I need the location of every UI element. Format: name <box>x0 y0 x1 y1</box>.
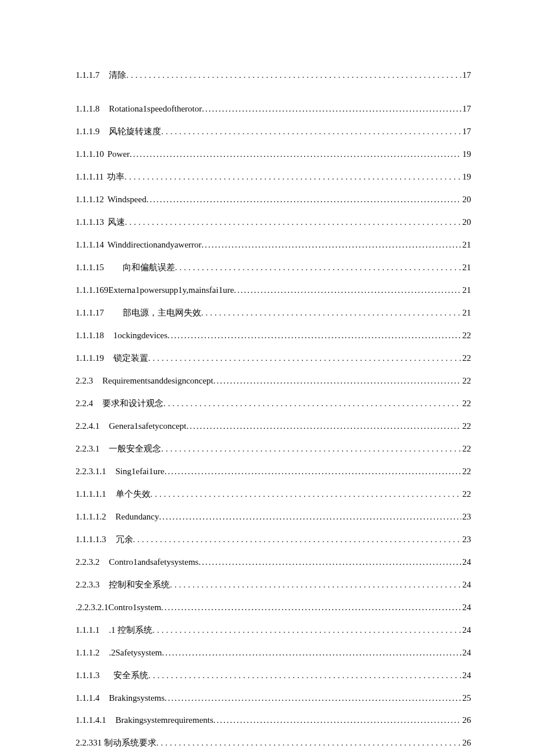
toc-leader-dots: ........................................… <box>201 308 461 318</box>
toc-leader-dots: ........................................… <box>130 149 461 159</box>
toc-leader-dots: ........................................… <box>202 104 461 114</box>
toc-page: 21 <box>462 263 471 273</box>
toc-page: 24 <box>462 603 471 612</box>
toc-title: 冗余 <box>116 534 133 545</box>
toc-title: 要求和设计观念 <box>102 398 163 409</box>
toc-title: 控制和安全系统 <box>109 579 170 590</box>
toc-leader-dots: ........................................… <box>170 580 461 590</box>
toc-entry: .2.2.3.2.1Contro1system.................… <box>76 603 471 612</box>
toc-page: 24 <box>462 625 471 635</box>
toc-page: 22 <box>462 421 471 431</box>
toc-leader-dots: ........................................… <box>213 715 461 725</box>
toc-leader-dots: ........................................… <box>202 240 461 250</box>
toc-entry: 1.1.1.13风速..............................… <box>76 217 471 228</box>
toc-number: 1.1.1.11 <box>76 172 104 182</box>
toc-page: 17 <box>462 70 471 80</box>
toc-entry: 1.1.1.14Winddirectionandyawerror........… <box>76 240 471 250</box>
toc-number: 2.2.3.3 <box>76 580 99 590</box>
toc-leader-dots: ........................................… <box>163 399 461 409</box>
toc-number: 1.1.1.18 <box>76 331 104 341</box>
toc-leader-dots: ........................................… <box>133 535 462 544</box>
toc-title: .1 控制系统 <box>109 625 152 636</box>
toc-page: 26 <box>462 738 471 748</box>
toc-entry: 2.2.4要求和设计观念............................… <box>76 398 471 409</box>
toc-entry: 2.2.3.1.1Sing1efai1ure..................… <box>76 467 471 476</box>
toc-entry: 1.1.1.10Power...........................… <box>76 149 471 159</box>
toc-number: 1.1.1.169Externa1powersupp1y,mainsfai1ur… <box>76 285 234 295</box>
toc-entry: 1.1.1.2.2Safetysystem...................… <box>76 648 471 658</box>
toc-leader-dots: ........................................… <box>234 285 461 295</box>
toc-leader-dots: ........................................… <box>148 353 461 363</box>
toc-title: 风速 <box>108 217 125 228</box>
toc-page: 22 <box>462 467 471 476</box>
toc-entry: 1.1.1.7清除...............................… <box>76 70 471 81</box>
toc-leader-dots: ........................................… <box>213 376 461 386</box>
toc-page: 25 <box>462 693 471 703</box>
toc-entry: 1.1.1.169Externa1powersupp1y,mainsfai1ur… <box>76 285 471 295</box>
toc-title: Brakingsystems <box>109 693 165 703</box>
toc-leader-dots: ........................................… <box>167 331 461 341</box>
toc-leader-dots: ........................................… <box>161 603 461 612</box>
toc-entry: 2.2.4.1Genera1safetyconcept.............… <box>76 421 471 431</box>
toc-title: .2Safetysystem <box>109 648 162 658</box>
toc-leader-dots: ........................................… <box>175 263 461 273</box>
toc-number: 2.2.3.1 <box>76 444 99 454</box>
toc-leader-dots: ........................................… <box>147 195 461 205</box>
toc-title: Windspeed <box>108 195 147 205</box>
toc-entry: 1.1.1.8Rotationa1speedoftherotor........… <box>76 104 471 114</box>
toc-page: 22 <box>462 489 471 499</box>
toc-number: 1.1.1.10 <box>76 149 104 159</box>
toc-title: 单个失效 <box>116 489 151 500</box>
toc-entry: 1.1.1.3安全系统.............................… <box>76 670 471 681</box>
toc-number: 1.1.1.4 <box>76 693 99 703</box>
toc-page: 21 <box>462 285 471 295</box>
toc-page: 22 <box>462 331 471 341</box>
toc-title: Genera1safetyconcept <box>109 421 186 431</box>
toc-title: 1ockingdevices <box>113 331 167 341</box>
toc-number: 2.2.331 制动系统要求 <box>76 737 156 748</box>
toc-leader-dots: ........................................… <box>165 693 461 703</box>
toc-title: 锁定装置 <box>113 353 148 364</box>
toc-page: 22 <box>462 444 471 454</box>
toc-leader-dots: ........................................… <box>187 421 461 431</box>
toc-number: 1.1.1.15 <box>76 263 104 273</box>
toc-title: Redundancy <box>116 512 159 522</box>
toc-leader-dots: ........................................… <box>125 217 461 227</box>
toc-entry: 1.1.1.4Brakingsystems...................… <box>76 693 471 703</box>
toc-entry: 1.1.1.1.1 控制系统..........................… <box>76 625 471 636</box>
toc-container: 1.1.1.7清除...............................… <box>76 70 471 756</box>
toc-number: 2.2.4 <box>76 399 93 409</box>
toc-number: 2.2.4.1 <box>76 421 99 431</box>
toc-page: 24 <box>462 648 471 658</box>
toc-entry: 1.1.1.11功率..............................… <box>76 171 471 182</box>
toc-page: 20 <box>462 217 471 227</box>
toc-number: 2.2.3.2 <box>76 557 99 567</box>
toc-entry: 2.2.3.2Contro1andsafetysystems..........… <box>76 557 471 567</box>
toc-leader-dots: ........................................… <box>159 512 461 522</box>
toc-title: 一般安全观念 <box>109 443 161 454</box>
toc-number: 1.1.1.1.1 <box>76 489 106 499</box>
toc-entry: 1.1.1.4.1Brakingsystemrequirements......… <box>76 715 471 725</box>
toc-title: 功率 <box>107 171 124 182</box>
toc-number: 1.1.1.7 <box>76 70 99 80</box>
toc-number: 1.1.1.1.3 <box>76 535 106 544</box>
toc-leader-dots: ........................................… <box>156 738 461 748</box>
toc-page: 19 <box>462 149 471 159</box>
toc-number: 1.1.1.3 <box>76 671 99 680</box>
toc-page: 26 <box>462 715 471 725</box>
toc-page: 24 <box>462 671 471 680</box>
toc-number: 1.1.1.2 <box>76 648 99 658</box>
toc-leader-dots: ........................................… <box>126 70 461 80</box>
toc-title: 部电源，主电网失效 <box>123 307 201 318</box>
toc-page: 17 <box>462 104 471 114</box>
toc-page: 19 <box>462 172 471 182</box>
toc-title: Power <box>108 149 130 159</box>
toc-page: 24 <box>462 580 471 590</box>
toc-entry: 1.1.1.1.2Redundancy.....................… <box>76 512 471 522</box>
toc-page: 21 <box>462 308 471 318</box>
toc-entry: 2.2.3.3控制和安全系统..........................… <box>76 579 471 590</box>
toc-number: 1.1.1.14 <box>76 240 104 250</box>
toc-number: 1.1.1.13 <box>76 217 104 227</box>
toc-entry: 1.1.1.17部电源，主电网失效.......................… <box>76 307 471 318</box>
toc-leader-dots: ........................................… <box>162 648 462 658</box>
